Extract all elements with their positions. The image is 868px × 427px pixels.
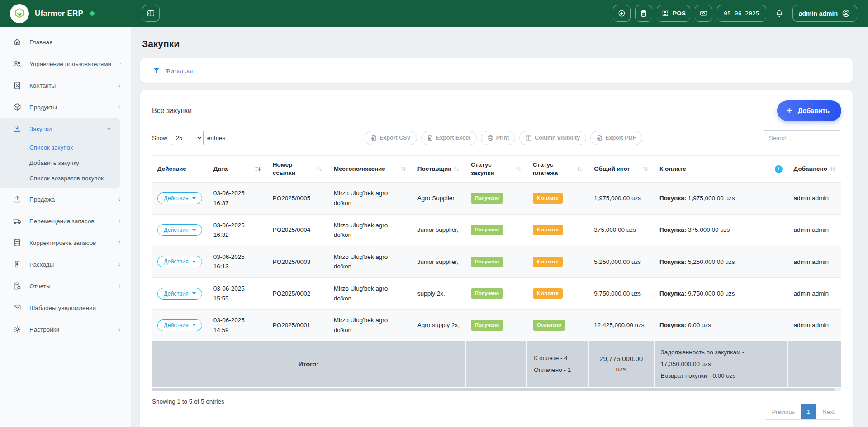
column-header-5[interactable]: Статус закупки xyxy=(465,156,527,183)
cell-added-by: admin admin xyxy=(788,278,841,310)
cell-due: Покупка: 375,000.00 uzs xyxy=(654,214,788,246)
footer-due-summary: Задолженность по закупкам - 17,350,000.0… xyxy=(654,341,788,387)
sidebar-item-10[interactable]: Шаблоны уведомлений xyxy=(0,297,131,319)
filter-funnel-icon xyxy=(152,66,161,75)
header-label: Номер ссылки xyxy=(273,161,312,177)
row-actions-dropdown[interactable]: Действия xyxy=(157,224,202,236)
table-row-1: Действия03-06-202516:32PO2025/0004Mirzo … xyxy=(152,214,841,246)
row-actions-dropdown[interactable]: Действия xyxy=(157,192,202,204)
footer-grand-total: 29,775,000.00uzs xyxy=(588,341,654,387)
notifications-button[interactable] xyxy=(771,5,788,22)
sidebar-item-9[interactable]: Отчеты xyxy=(0,275,131,297)
sidebar-subitem-1[interactable]: Добавить закупку xyxy=(0,155,120,170)
user-menu-button[interactable]: admin admin xyxy=(792,5,857,22)
header-label: Местоположение xyxy=(334,165,385,173)
cell-supplier: Agro Supplier, xyxy=(412,183,465,214)
row-actions-dropdown[interactable]: Действия xyxy=(157,256,202,267)
column-header-8[interactable]: К оплатеi xyxy=(654,156,788,183)
column-header-7[interactable]: Общий итог xyxy=(588,156,654,183)
sort-icon xyxy=(454,166,460,172)
payment-status-badge: Оплачено xyxy=(533,320,565,331)
export-button-export-pdf[interactable]: Export PDF xyxy=(590,131,642,145)
search-input[interactable] xyxy=(764,130,841,145)
column-header-3[interactable]: Местоположение xyxy=(328,156,412,183)
export-button-column-visibility[interactable]: Column visibility xyxy=(519,131,586,145)
sidebar-item-6[interactable]: Перемещения запасов xyxy=(0,210,131,232)
sidebar-item-1[interactable]: Управление пользователями xyxy=(0,53,131,75)
add-purchase-button[interactable]: + Добавить xyxy=(777,100,841,121)
page-1-button[interactable]: 1 xyxy=(801,404,816,419)
table-row-4: Действия03-06-202514:59PO2025/0001Mirzo … xyxy=(152,310,841,341)
brand: Ufarmer ERP xyxy=(0,0,131,27)
export-button-export-excel[interactable]: Export Excel xyxy=(421,131,477,145)
sidebar-item-label: Продажа xyxy=(29,196,109,203)
cell-supplier: Agro supply 2x, xyxy=(412,310,465,341)
pos-button[interactable]: POS xyxy=(657,5,690,22)
cell-added-by: admin admin xyxy=(788,310,841,341)
cash-register-button[interactable] xyxy=(695,5,712,22)
table-row-0: Действия03-06-202516:37PO2025/0005Mirzo … xyxy=(152,183,841,214)
date-display[interactable]: 05-06-2025 xyxy=(717,5,766,22)
file-icon xyxy=(597,135,602,141)
purchase-status-badge: Получено xyxy=(471,193,503,204)
sidebar-item-label: Отчеты xyxy=(29,283,109,290)
sidebar-item-label: Расходы xyxy=(29,261,109,268)
page-length-select[interactable]: 25 xyxy=(171,131,204,145)
calculator-button[interactable] xyxy=(635,5,652,22)
main-content: Закупки Фильтры Все закупки + Добавить S… xyxy=(131,27,868,427)
cell-added-by: admin admin xyxy=(788,246,841,277)
payment-status-badge: К оплате xyxy=(533,193,563,204)
header-label: К оплате xyxy=(659,165,686,173)
brand-name: Ufarmer ERP xyxy=(35,9,83,18)
sidebar-item-label: Главная xyxy=(29,39,123,46)
entries-label: entries xyxy=(207,135,226,141)
printer-icon xyxy=(487,135,493,141)
caret-down-icon xyxy=(192,324,196,326)
previous-page-button[interactable]: Previous xyxy=(765,404,801,419)
cell-supplier: supply 2x, xyxy=(412,278,465,310)
filters-label: Фильтры xyxy=(165,67,193,75)
column-header-1[interactable]: Дата xyxy=(208,156,267,183)
export-button-print[interactable]: Print xyxy=(481,131,515,145)
table-horizontal-scrollbar[interactable] xyxy=(152,388,841,391)
sidebar-item-label: Контакты xyxy=(29,82,109,89)
row-actions-dropdown[interactable]: Действия xyxy=(157,288,202,300)
sidebar-item-7[interactable]: Корректировка запасов xyxy=(0,232,131,253)
sidebar-item-8[interactable]: Расходы xyxy=(0,253,131,275)
bell-icon xyxy=(775,9,784,18)
column-header-6[interactable]: Статус платежа xyxy=(527,156,588,183)
sidebar-subitem-2[interactable]: Список возвратов покупок xyxy=(0,170,120,186)
export-button-export-csv[interactable]: Export CSV xyxy=(365,131,417,145)
caret-down-icon xyxy=(192,229,196,231)
header-label: Действие xyxy=(157,165,186,173)
filters-panel-toggle[interactable]: Фильтры xyxy=(140,58,853,83)
sidebar-item-4[interactable]: Закупки xyxy=(0,118,120,140)
row-actions-dropdown[interactable]: Действия xyxy=(157,319,202,331)
cell-date: 03-06-202514:59 xyxy=(208,310,267,341)
quick-add-button[interactable] xyxy=(613,5,631,22)
cell-location: Mirzo Ulug'bek agro do'kon xyxy=(328,278,412,310)
sidebar-subitem-0[interactable]: Список закупок xyxy=(0,140,120,155)
sidebar-toggle-button[interactable] xyxy=(142,5,160,22)
sidebar-item-label: Шаблоны уведомлений xyxy=(29,305,123,311)
ufarmer-logo xyxy=(10,4,29,23)
sidebar-item-11[interactable]: Настройки xyxy=(0,319,131,340)
sidebar-item-3[interactable]: Продукты xyxy=(0,96,131,118)
online-status-dot xyxy=(90,11,95,16)
header-label: Добавлено xyxy=(794,165,827,173)
sidebar-item-0[interactable]: Главная xyxy=(0,31,131,53)
table-row-3: Действия03-06-202515:55PO2025/0002Mirzo … xyxy=(152,278,841,310)
column-header-9[interactable]: Добавлено xyxy=(788,156,841,183)
sidebar-item-2[interactable]: Контакты xyxy=(0,75,131,96)
caret-down-icon xyxy=(192,197,196,200)
column-header-0: Действие xyxy=(152,156,208,183)
sidebar-item-label: Настройки xyxy=(29,326,109,333)
sidebar-item-5[interactable]: Продажа xyxy=(0,188,131,210)
next-page-button[interactable]: Next xyxy=(816,404,841,419)
column-header-4[interactable]: Поставщик xyxy=(412,156,465,183)
cell-added-by: admin admin xyxy=(788,214,841,246)
column-header-2[interactable]: Номер ссылки xyxy=(267,156,328,183)
sidebar-expanded-group: ЗакупкиСписок закупокДобавить закупкуСпи… xyxy=(0,118,120,188)
sidebar-item-label: Продукты xyxy=(29,104,109,111)
info-icon[interactable]: i xyxy=(775,165,783,173)
